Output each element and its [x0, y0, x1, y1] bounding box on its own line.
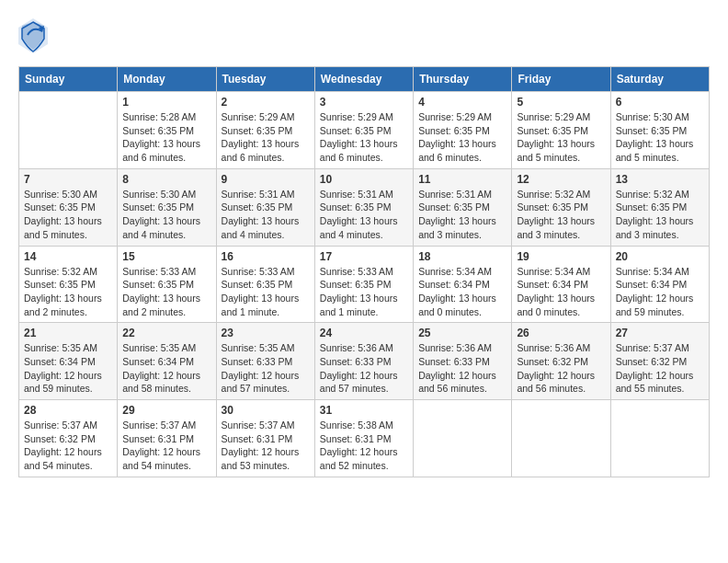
- cell-content: Sunrise: 5:37 AMSunset: 6:31 PMDaylight:…: [122, 419, 210, 473]
- cell-content: Sunrise: 5:33 AMSunset: 6:35 PMDaylight:…: [222, 265, 310, 319]
- calendar-cell: 15Sunrise: 5:33 AMSunset: 6:35 PMDayligh…: [118, 246, 216, 323]
- cell-content: Sunrise: 5:29 AMSunset: 6:35 PMDaylight:…: [418, 110, 506, 165]
- cell-content: Sunrise: 5:31 AMSunset: 6:35 PMDaylight:…: [418, 188, 506, 242]
- header-saturday: Saturday: [610, 67, 709, 92]
- cell-content: Sunrise: 5:38 AMSunset: 6:31 PMDaylight:…: [320, 419, 408, 473]
- calendar-week-3: 14Sunrise: 5:32 AMSunset: 6:35 PMDayligh…: [19, 246, 710, 323]
- day-number: 20: [616, 250, 704, 263]
- calendar-cell: [512, 400, 610, 477]
- calendar-week-2: 7Sunrise: 5:30 AMSunset: 6:35 PMDaylight…: [19, 168, 710, 246]
- logo-icon: [18, 18, 48, 57]
- calendar-cell: 11Sunrise: 5:31 AMSunset: 6:35 PMDayligh…: [414, 168, 512, 246]
- day-number: 25: [418, 327, 506, 339]
- day-number: 15: [122, 250, 210, 263]
- cell-content: Sunrise: 5:36 AMSunset: 6:33 PMDaylight:…: [320, 341, 408, 396]
- calendar-cell: 18Sunrise: 5:34 AMSunset: 6:34 PMDayligh…: [414, 246, 512, 323]
- cell-content: Sunrise: 5:31 AMSunset: 6:35 PMDaylight:…: [320, 188, 408, 242]
- calendar-cell: 25Sunrise: 5:36 AMSunset: 6:33 PMDayligh…: [414, 323, 512, 400]
- day-number: 12: [517, 173, 605, 186]
- header-thursday: Thursday: [414, 67, 512, 92]
- calendar-cell: 16Sunrise: 5:33 AMSunset: 6:35 PMDayligh…: [216, 246, 314, 323]
- cell-content: Sunrise: 5:34 AMSunset: 6:34 PMDaylight:…: [517, 265, 605, 319]
- cell-content: Sunrise: 5:35 AMSunset: 6:34 PMDaylight:…: [122, 341, 210, 396]
- day-number: 29: [122, 404, 210, 417]
- day-number: 10: [320, 173, 408, 186]
- day-number: 7: [24, 173, 112, 186]
- header-friday: Friday: [512, 67, 610, 92]
- cell-content: Sunrise: 5:28 AMSunset: 6:35 PMDaylight:…: [122, 110, 210, 165]
- day-number: 21: [24, 327, 112, 339]
- day-number: 2: [222, 96, 310, 109]
- header-monday: Monday: [118, 67, 216, 92]
- cell-content: Sunrise: 5:35 AMSunset: 6:33 PMDaylight:…: [222, 341, 310, 396]
- day-number: 5: [517, 96, 605, 109]
- calendar-cell: 23Sunrise: 5:35 AMSunset: 6:33 PMDayligh…: [216, 323, 314, 400]
- day-number: 17: [320, 250, 408, 263]
- day-number: 9: [222, 173, 310, 186]
- calendar-week-4: 21Sunrise: 5:35 AMSunset: 6:34 PMDayligh…: [19, 323, 710, 400]
- day-number: 8: [122, 173, 210, 186]
- cell-content: Sunrise: 5:29 AMSunset: 6:35 PMDaylight:…: [517, 110, 605, 165]
- cell-content: Sunrise: 5:29 AMSunset: 6:35 PMDaylight:…: [222, 110, 310, 165]
- cell-content: Sunrise: 5:34 AMSunset: 6:34 PMDaylight:…: [616, 265, 704, 319]
- calendar-cell: 27Sunrise: 5:37 AMSunset: 6:32 PMDayligh…: [610, 323, 709, 400]
- calendar-table: SundayMondayTuesdayWednesdayThursdayFrid…: [18, 66, 710, 477]
- calendar-cell: 5Sunrise: 5:29 AMSunset: 6:35 PMDaylight…: [512, 92, 610, 169]
- day-number: 4: [418, 96, 506, 109]
- header-sunday: Sunday: [19, 67, 118, 92]
- day-number: 11: [418, 173, 506, 186]
- day-number: 24: [320, 327, 408, 339]
- calendar-cell: 13Sunrise: 5:32 AMSunset: 6:35 PMDayligh…: [610, 168, 709, 246]
- calendar-week-5: 28Sunrise: 5:37 AMSunset: 6:32 PMDayligh…: [19, 400, 710, 477]
- calendar-cell: 20Sunrise: 5:34 AMSunset: 6:34 PMDayligh…: [610, 246, 709, 323]
- calendar-header-row: SundayMondayTuesdayWednesdayThursdayFrid…: [19, 67, 710, 92]
- calendar-cell: 28Sunrise: 5:37 AMSunset: 6:32 PMDayligh…: [19, 400, 118, 477]
- header-wednesday: Wednesday: [314, 67, 413, 92]
- calendar-cell: 29Sunrise: 5:37 AMSunset: 6:31 PMDayligh…: [118, 400, 216, 477]
- cell-content: Sunrise: 5:29 AMSunset: 6:35 PMDaylight:…: [320, 110, 408, 165]
- calendar-cell: 26Sunrise: 5:36 AMSunset: 6:32 PMDayligh…: [512, 323, 610, 400]
- day-number: 30: [222, 404, 310, 417]
- cell-content: Sunrise: 5:30 AMSunset: 6:35 PMDaylight:…: [616, 110, 704, 165]
- cell-content: Sunrise: 5:30 AMSunset: 6:35 PMDaylight:…: [122, 188, 210, 242]
- day-number: 1: [122, 96, 210, 109]
- calendar-cell: 9Sunrise: 5:31 AMSunset: 6:35 PMDaylight…: [216, 168, 314, 246]
- calendar-cell: 12Sunrise: 5:32 AMSunset: 6:35 PMDayligh…: [512, 168, 610, 246]
- cell-content: Sunrise: 5:36 AMSunset: 6:33 PMDaylight:…: [418, 341, 506, 396]
- calendar-cell: 6Sunrise: 5:30 AMSunset: 6:35 PMDaylight…: [610, 92, 709, 169]
- day-number: 26: [517, 327, 605, 339]
- calendar-cell: [414, 400, 512, 477]
- cell-content: Sunrise: 5:33 AMSunset: 6:35 PMDaylight:…: [320, 265, 408, 319]
- calendar-cell: 1Sunrise: 5:28 AMSunset: 6:35 PMDaylight…: [118, 92, 216, 169]
- day-number: 6: [616, 96, 704, 109]
- calendar-cell: 22Sunrise: 5:35 AMSunset: 6:34 PMDayligh…: [118, 323, 216, 400]
- cell-content: Sunrise: 5:33 AMSunset: 6:35 PMDaylight:…: [122, 265, 210, 319]
- cell-content: Sunrise: 5:35 AMSunset: 6:34 PMDaylight:…: [24, 341, 112, 396]
- cell-content: Sunrise: 5:34 AMSunset: 6:34 PMDaylight:…: [418, 265, 506, 319]
- calendar-cell: [19, 92, 118, 169]
- cell-content: Sunrise: 5:36 AMSunset: 6:32 PMDaylight:…: [517, 341, 605, 396]
- day-number: 18: [418, 250, 506, 263]
- cell-content: Sunrise: 5:37 AMSunset: 6:31 PMDaylight:…: [222, 419, 310, 473]
- calendar-cell: 10Sunrise: 5:31 AMSunset: 6:35 PMDayligh…: [314, 168, 413, 246]
- cell-content: Sunrise: 5:31 AMSunset: 6:35 PMDaylight:…: [222, 188, 310, 242]
- calendar-cell: 24Sunrise: 5:36 AMSunset: 6:33 PMDayligh…: [314, 323, 413, 400]
- calendar-cell: 3Sunrise: 5:29 AMSunset: 6:35 PMDaylight…: [314, 92, 413, 169]
- cell-content: Sunrise: 5:32 AMSunset: 6:35 PMDaylight:…: [616, 188, 704, 242]
- logo: [18, 18, 53, 57]
- calendar-cell: 4Sunrise: 5:29 AMSunset: 6:35 PMDaylight…: [414, 92, 512, 169]
- calendar-cell: 7Sunrise: 5:30 AMSunset: 6:35 PMDaylight…: [19, 168, 118, 246]
- day-number: 23: [222, 327, 310, 339]
- calendar-cell: 30Sunrise: 5:37 AMSunset: 6:31 PMDayligh…: [216, 400, 314, 477]
- header: [18, 18, 710, 57]
- day-number: 14: [24, 250, 112, 263]
- day-number: 19: [517, 250, 605, 263]
- calendar-cell: 19Sunrise: 5:34 AMSunset: 6:34 PMDayligh…: [512, 246, 610, 323]
- day-number: 13: [616, 173, 704, 186]
- day-number: 27: [616, 327, 704, 339]
- cell-content: Sunrise: 5:30 AMSunset: 6:35 PMDaylight:…: [24, 188, 112, 242]
- calendar-cell: 17Sunrise: 5:33 AMSunset: 6:35 PMDayligh…: [314, 246, 413, 323]
- header-tuesday: Tuesday: [216, 67, 314, 92]
- day-number: 22: [122, 327, 210, 339]
- day-number: 16: [222, 250, 310, 263]
